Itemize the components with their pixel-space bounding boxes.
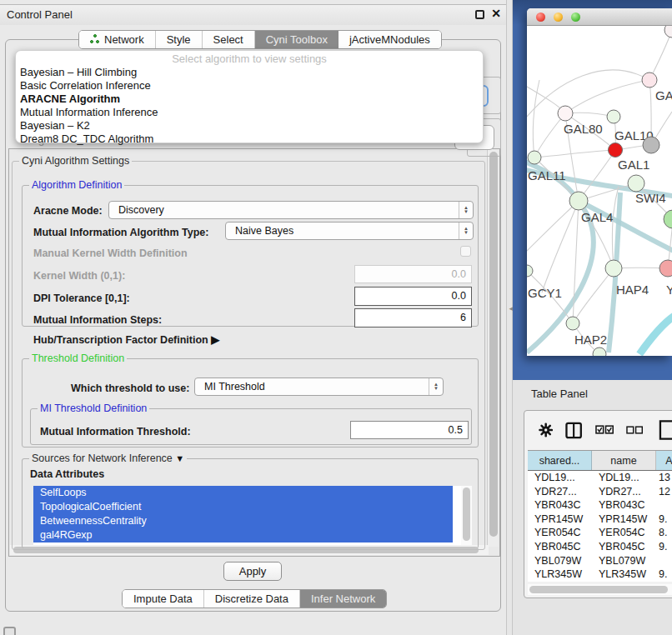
group-title: Cyni Algorithm Settings <box>19 155 132 167</box>
zoom-traffic-light-icon[interactable] <box>571 12 580 22</box>
tab-jactivemnodules[interactable]: jActiveMNodules <box>339 31 441 48</box>
table-row[interactable]: YBL079WYBL079W <box>528 554 672 568</box>
tab-cyni-toolbox[interactable]: Cyni Toolbox <box>255 31 339 48</box>
sources-expander[interactable]: Sources for Network Inference ▼ <box>29 452 187 464</box>
network-node-gal[interactable] <box>642 72 657 88</box>
dropdown-items: Bayesian – Hill ClimbingBasic Correlatio… <box>16 66 483 146</box>
dpi-tolerance-field[interactable]: 0.0 <box>354 287 472 306</box>
network-graph-canvas[interactable]: GALGAL80GAL10GAL1GAL11GAL4SWI4GCY1HAP4YH… <box>527 26 672 356</box>
network-node-gal10[interactable] <box>607 110 620 123</box>
network-node-gal80[interactable] <box>558 106 573 121</box>
hub-definition-expander[interactable]: Hub/Transcription Factor Definition ▶ <box>33 333 219 346</box>
table-row[interactable]: YDL19...YDL19...13 <box>528 471 672 485</box>
network-node-hap4[interactable] <box>605 260 622 277</box>
dropdown-item[interactable]: Dream8 DC_TDC Algorithm <box>16 132 483 146</box>
scrollbar-thumb[interactable] <box>489 152 498 537</box>
node-label: Y <box>666 282 672 297</box>
deselect-checkboxes-icon[interactable] <box>626 426 643 434</box>
dropdown-item[interactable]: Bayesian – K2 <box>16 119 483 132</box>
dropdown-placeholder[interactable]: Select algorithm to view settings <box>16 52 483 66</box>
manual-kernel-checkbox[interactable] <box>460 246 471 257</box>
manual-kernel-label: Manual Kernel Width Definition <box>33 248 188 259</box>
close-traffic-light-icon[interactable] <box>536 12 545 22</box>
tab-impute-data[interactable]: Impute Data <box>123 590 204 608</box>
split-pane-divider[interactable]: ◄ <box>506 0 513 635</box>
bottom-tabs: Impute DataDiscretize DataInfer Network <box>122 589 387 608</box>
float-window-icon[interactable] <box>475 10 484 19</box>
mi-steps-field[interactable]: 6 <box>354 308 472 328</box>
network-node-gal4[interactable] <box>569 192 588 210</box>
tab-label: Discretize Data <box>215 592 288 605</box>
tab-discretize-data[interactable]: Discretize Data <box>204 590 300 608</box>
table-row[interactable]: YPR145WYPR145W9. <box>528 512 672 527</box>
dropdown-item[interactable]: Mutual Information Inference <box>16 106 483 119</box>
column-header-name[interactable]: name <box>592 451 656 470</box>
kernel-width-label: Kernel Width (0,1): <box>33 270 125 282</box>
table-export-icon[interactable] <box>659 418 672 442</box>
tab-select[interactable]: Select <box>203 31 255 48</box>
dropdown-item[interactable]: Bayesian – Hill Climbing <box>16 66 483 79</box>
table-row[interactable]: YER054CYER054C8. <box>528 526 672 540</box>
aracne-mode-combobox[interactable]: Discovery ▲▼ <box>108 201 474 219</box>
table-cell: YBR043C <box>592 498 656 512</box>
network-edge <box>534 150 615 158</box>
apply-button[interactable]: Apply <box>223 562 282 581</box>
attribute-list-item[interactable]: TopologicalCoefficient <box>33 500 453 514</box>
node-label: GAL <box>655 88 672 102</box>
table-cell: YBR045C <box>592 540 656 554</box>
close-icon[interactable]: ✕ <box>491 7 501 20</box>
tab-label: jActiveMNodules <box>349 33 430 46</box>
control-panel-tabs: NetworkStyleSelectCyni ToolboxjActiveMNo… <box>78 30 442 49</box>
mi-threshold-field[interactable]: 0.5 <box>350 421 469 439</box>
data-attributes-list[interactable]: SelfLoopsTopologicalCoefficientBetweenne… <box>33 486 472 545</box>
table-cell: YDR27... <box>592 485 656 499</box>
attribute-list-item[interactable]: gal4RGexp <box>33 528 453 542</box>
network-node-gal1[interactable] <box>609 143 623 158</box>
vertical-scrollbar[interactable] <box>487 150 499 547</box>
table-cell: YLR345W <box>592 568 656 582</box>
kernel-width-field[interactable]: 0.0 <box>354 265 472 283</box>
dropdown-item[interactable]: Basic Correlation Inference <box>16 79 483 92</box>
node-label: HAP4 <box>616 282 649 297</box>
network-edge <box>565 80 649 113</box>
table-row[interactable]: YBR043CYBR043C <box>528 498 672 512</box>
network-node-gcy1[interactable] <box>527 265 533 277</box>
network-node-hap2[interactable] <box>566 317 579 330</box>
table-cell: 8. <box>656 526 672 540</box>
table-row[interactable]: YLR345WYLR345W9. <box>528 568 672 582</box>
network-node-y[interactable] <box>659 260 672 277</box>
list-scrollbar[interactable] <box>461 486 472 545</box>
docked-panel-icon[interactable] <box>3 627 16 635</box>
network-node[interactable] <box>664 210 672 228</box>
table-panel: Table Panel <box>513 380 672 635</box>
table-row[interactable]: YBR045CYBR045C9. <box>528 540 672 554</box>
select-all-checkboxes-icon[interactable] <box>595 425 614 435</box>
table-row[interactable]: YDR27...YDR27...12 <box>528 485 672 499</box>
network-node-gal11[interactable] <box>528 151 541 164</box>
table-horizontal-scrollbar[interactable] <box>528 584 672 595</box>
network-window-titlebar[interactable] <box>527 8 672 26</box>
tab-infer-network[interactable]: Infer Network <box>300 590 386 608</box>
split-columns-icon[interactable] <box>565 422 582 439</box>
node-label: GAL4 <box>581 210 613 224</box>
network-node[interactable] <box>643 137 659 153</box>
column-header-shared[interactable]: shared... <box>528 451 592 470</box>
tab-style[interactable]: Style <box>156 31 203 48</box>
mi-type-value: Naive Bayes <box>235 225 293 237</box>
network-node-swi4[interactable] <box>628 175 644 192</box>
tab-network[interactable]: Network <box>79 31 156 48</box>
attribute-list-item[interactable]: BetweennessCentrality <box>33 514 453 528</box>
network-edge <box>649 30 672 80</box>
group-title: Algorithm Definition <box>29 179 124 191</box>
network-node[interactable] <box>593 348 606 356</box>
attribute-list-item[interactable]: SelfLoops <box>33 486 453 500</box>
minimize-traffic-light-icon[interactable] <box>554 12 563 22</box>
network-node[interactable] <box>664 26 672 38</box>
scrollbar-thumb[interactable] <box>529 586 668 593</box>
mi-type-combobox[interactable]: Naive Bayes ▲▼ <box>225 222 474 240</box>
dropdown-item[interactable]: ARACNE Algorithm <box>16 92 483 106</box>
scrollbar-thumb[interactable] <box>463 488 470 541</box>
which-threshold-combobox[interactable]: MI Threshold ▲▼ <box>194 378 444 396</box>
column-header-A[interactable]: A <box>656 451 672 470</box>
gear-icon[interactable] <box>539 422 553 438</box>
